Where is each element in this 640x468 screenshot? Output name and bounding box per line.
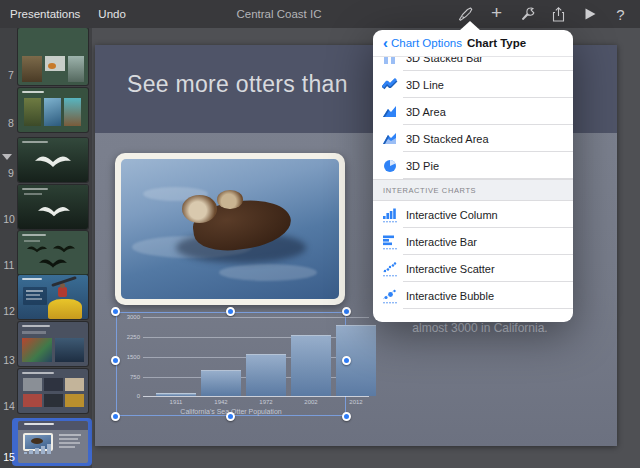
chevron-left-icon: ‹ — [383, 35, 388, 50]
chart-type-popover: ‹ Chart Options Chart Type 3D Stacked Ba… — [373, 30, 573, 322]
chart-type-list: 3D Stacked Bar 3D Line 3D Area 3D Stacke… — [373, 57, 573, 322]
chart-options-back-button[interactable]: ‹ Chart Options — [383, 37, 462, 50]
selection-handle-top-center[interactable] — [226, 307, 235, 316]
slide-number: 15 — [2, 451, 16, 463]
slide-title-text[interactable]: See more otters than — [127, 71, 348, 98]
selection-handle-bottom-left[interactable] — [111, 412, 120, 421]
chart-type-3d-line[interactable]: 3D Line — [373, 71, 573, 98]
help-icon[interactable]: ? — [605, 0, 636, 28]
slide-thumbnail-14[interactable] — [18, 369, 88, 413]
otter-photo-image — [121, 159, 339, 299]
slide-navigator: 7 8 9 10 11 12 — [0, 28, 92, 468]
slide-number: 7 — [4, 69, 18, 81]
3d-stacked-area-icon — [381, 131, 399, 147]
bar-1942[interactable] — [201, 370, 241, 396]
selection-handle-top-right[interactable] — [342, 307, 351, 316]
tools-wrench-icon[interactable] — [512, 0, 543, 28]
chart-type-3d-stacked-bar[interactable]: 3D Stacked Bar — [373, 57, 573, 71]
chart-type-3d-stacked-area[interactable]: 3D Stacked Area — [373, 125, 573, 152]
presentations-button[interactable]: Presentations — [10, 8, 80, 20]
slide-number: 14 — [2, 400, 16, 412]
chart-type-interactive-bubble[interactable]: Interactive Bubble — [373, 282, 573, 309]
add-icon[interactable]: + — [481, 0, 512, 27]
bar-chart-object[interactable]: 3000 2250 1500 750 0 1911 1942 1972 2002… — [116, 312, 346, 406]
interactive-column-icon — [381, 207, 399, 223]
slide-body-text-fragment[interactable]: almost 3000 in California. — [365, 321, 595, 335]
chart-type-interactive-bar[interactable]: Interactive Bar — [373, 228, 573, 255]
3d-area-icon — [381, 104, 399, 120]
chart-type-3d-area[interactable]: 3D Area — [373, 98, 573, 125]
selection-handle-bottom-right[interactable] — [342, 412, 351, 421]
slide-number: 12 — [2, 305, 16, 317]
slide-thumbnail-9[interactable] — [18, 138, 88, 182]
play-icon[interactable] — [574, 0, 605, 28]
slide-thumbnail-10[interactable] — [18, 185, 88, 229]
3d-pie-icon — [381, 158, 399, 174]
interactive-bar-icon — [381, 234, 399, 250]
x-axis-line — [143, 396, 369, 397]
slide-number: 9 — [4, 167, 18, 179]
y-tick: 3000 — [100, 314, 140, 320]
slide-thumbnail-7[interactable] — [18, 28, 88, 85]
bar-1972[interactable] — [246, 354, 286, 396]
sea-otter-photo[interactable] — [115, 153, 345, 305]
y-tick: 750 — [100, 374, 140, 380]
interactive-bubble-icon — [381, 288, 399, 304]
slide-number: 13 — [2, 354, 16, 366]
slide-thumbnail-8[interactable] — [18, 88, 88, 132]
group-disclosure-triangle[interactable] — [2, 154, 12, 160]
chart-type-interactive-scatter[interactable]: Interactive Scatter — [373, 255, 573, 282]
y-tick: 2250 — [100, 334, 140, 340]
slide-number: 11 — [2, 259, 16, 271]
x-axis-labels: 1911 1942 1972 2002 2012 — [156, 399, 382, 405]
interactive-charts-section-header: INTERACTIVE CHARTS — [373, 179, 573, 201]
undo-button[interactable]: Undo — [98, 8, 126, 20]
document-title: Central Coast IC — [214, 0, 344, 28]
selection-handle-bottom-center[interactable] — [226, 412, 235, 421]
slide-thumbnail-11[interactable] — [18, 231, 88, 275]
3d-line-icon — [381, 77, 399, 93]
selection-handle-top-left[interactable] — [111, 307, 120, 316]
chart-type-interactive-column[interactable]: Interactive Column — [373, 201, 573, 228]
top-toolbar: Presentations Undo Central Coast IC + ? — [0, 0, 640, 28]
selection-handle-mid-right[interactable] — [342, 356, 351, 365]
interactive-scatter-icon — [381, 261, 399, 277]
bar-2002[interactable] — [291, 335, 331, 396]
bar-1911[interactable] — [156, 393, 196, 396]
slide-thumbnail-15[interactable] — [18, 421, 88, 463]
3d-stacked-bar-icon — [381, 57, 399, 66]
chart-type-3d-pie[interactable]: 3D Pie — [373, 152, 573, 179]
selection-handle-mid-left[interactable] — [111, 356, 120, 365]
slide-number: 10 — [2, 213, 16, 225]
share-icon[interactable] — [543, 0, 574, 28]
y-tick: 1500 — [100, 354, 140, 360]
popover-arrow — [459, 21, 481, 31]
slide-thumbnail-12[interactable] — [18, 275, 88, 319]
popover-title: Chart Type — [467, 37, 526, 49]
slide-number: 8 — [4, 117, 18, 129]
y-tick: 0 — [100, 393, 140, 399]
slide-thumbnail-13[interactable] — [18, 322, 88, 366]
